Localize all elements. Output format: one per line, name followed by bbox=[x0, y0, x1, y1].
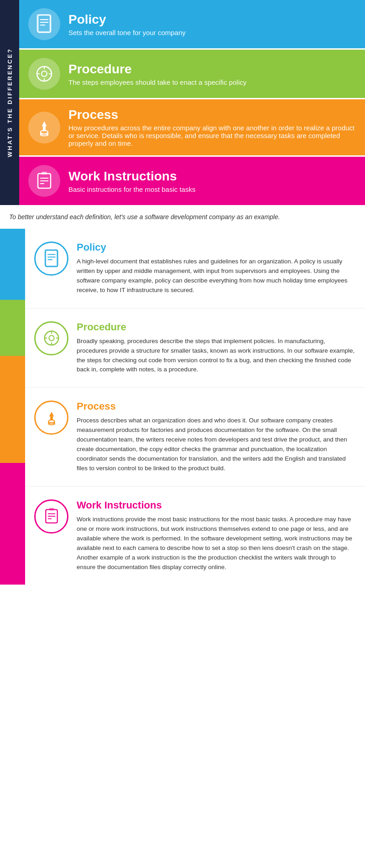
policy-detail: Policy A high-level document that establ… bbox=[25, 229, 365, 308]
sidebar-bar-blue bbox=[0, 229, 25, 300]
process-detail-text: Process describes what an organization d… bbox=[77, 416, 356, 473]
process-detail-content: Process Process describes what an organi… bbox=[77, 401, 356, 473]
detail-section: Policy A high-level document that establ… bbox=[0, 229, 365, 585]
procedure-icon bbox=[34, 64, 54, 84]
work-instructions-detail-icon bbox=[42, 507, 61, 526]
procedure-band-title: Procedure bbox=[68, 62, 246, 77]
work-instructions-band-icon-wrap bbox=[28, 165, 60, 197]
policy-band-content: Policy Sets the overall tone for your co… bbox=[68, 12, 186, 36]
procedure-detail-content: Procedure Broadly speaking, procedures d… bbox=[77, 321, 356, 375]
work-instructions-detail-text: Work instructions provide the most basic… bbox=[77, 515, 356, 572]
svg-point-16 bbox=[41, 134, 48, 136]
sidebar-label: WHAT'S THE DIFFERENCE? bbox=[6, 48, 13, 157]
work-instructions-detail: Work Instructions Work instructions prov… bbox=[25, 487, 365, 585]
work-instructions-icon bbox=[34, 171, 54, 191]
process-band-icon-wrap bbox=[28, 112, 60, 144]
svg-rect-0 bbox=[38, 15, 51, 32]
policy-band: Policy Sets the overall tone for your co… bbox=[19, 0, 365, 48]
policy-detail-icon bbox=[43, 249, 60, 268]
process-band-content: Process How procedures across the entire… bbox=[68, 108, 356, 147]
bands-column: Policy Sets the overall tone for your co… bbox=[19, 0, 365, 205]
policy-detail-text: A high-level document that establishes r… bbox=[77, 257, 356, 295]
procedure-detail-title: Procedure bbox=[77, 321, 356, 333]
svg-rect-43 bbox=[49, 508, 54, 510]
process-band: Process How procedures across the entire… bbox=[19, 99, 365, 155]
policy-icon bbox=[35, 14, 53, 34]
svg-point-6 bbox=[42, 71, 47, 77]
detail-sidebar bbox=[0, 229, 25, 585]
work-instructions-band-subtitle: Basic instructions for the most basic ta… bbox=[68, 185, 195, 193]
work-instructions-detail-content: Work Instructions Work instructions prov… bbox=[77, 499, 356, 572]
process-icon bbox=[34, 118, 54, 138]
work-instructions-band-content: Work Instructions Basic instructions for… bbox=[68, 169, 195, 193]
process-detail-title: Process bbox=[77, 401, 356, 412]
work-instructions-band: Work Instructions Basic instructions for… bbox=[19, 157, 365, 205]
quote-text: To better understand each definition, le… bbox=[9, 213, 356, 221]
policy-detail-content: Policy A high-level document that establ… bbox=[77, 241, 356, 295]
procedure-detail: Procedure Broadly speaking, procedures d… bbox=[25, 308, 365, 388]
svg-point-38 bbox=[48, 423, 54, 425]
detail-content: Policy A high-level document that establ… bbox=[25, 229, 365, 585]
policy-band-title: Policy bbox=[68, 12, 186, 27]
process-band-title: Process bbox=[68, 108, 356, 122]
work-instructions-band-title: Work Instructions bbox=[68, 169, 195, 184]
sidebar-bar-green bbox=[0, 300, 25, 356]
procedure-band: Procedure The steps employees should tak… bbox=[19, 50, 365, 98]
quote-section: To better understand each definition, le… bbox=[0, 205, 365, 229]
procedure-band-content: Procedure The steps employees should tak… bbox=[68, 62, 246, 86]
procedure-detail-icon-wrap bbox=[34, 321, 68, 355]
policy-detail-icon-wrap bbox=[34, 241, 68, 276]
procedure-band-subtitle: The steps employees should take to enact… bbox=[68, 78, 246, 86]
process-detail-icon-wrap bbox=[34, 401, 68, 435]
procedure-detail-icon bbox=[42, 329, 61, 348]
svg-rect-22 bbox=[45, 250, 57, 267]
policy-band-subtitle: Sets the overall tone for your company bbox=[68, 29, 186, 36]
process-detail-icon bbox=[42, 408, 61, 427]
work-instructions-detail-icon-wrap bbox=[34, 499, 68, 534]
svg-rect-26 bbox=[44, 249, 57, 266]
policy-detail-title: Policy bbox=[77, 241, 356, 253]
procedure-band-icon-wrap bbox=[28, 58, 60, 90]
work-instructions-detail-title: Work Instructions bbox=[77, 499, 356, 511]
top-bands-container: WHAT'S THE DIFFERENCE? Policy bbox=[0, 0, 365, 205]
sidebar: WHAT'S THE DIFFERENCE? bbox=[0, 0, 19, 205]
page-wrapper: WHAT'S THE DIFFERENCE? Policy bbox=[0, 0, 365, 585]
svg-rect-21 bbox=[42, 172, 47, 175]
process-detail: Process Process describes what an organi… bbox=[25, 388, 365, 487]
procedure-detail-text: Broadly speaking, procedures describe th… bbox=[77, 337, 356, 375]
sidebar-bar-pink bbox=[0, 463, 25, 585]
svg-point-28 bbox=[49, 335, 54, 340]
process-band-subtitle: How procedures across the entire company… bbox=[68, 124, 356, 147]
sidebar-bar-orange bbox=[0, 356, 25, 462]
policy-band-icon-wrap bbox=[28, 8, 60, 40]
